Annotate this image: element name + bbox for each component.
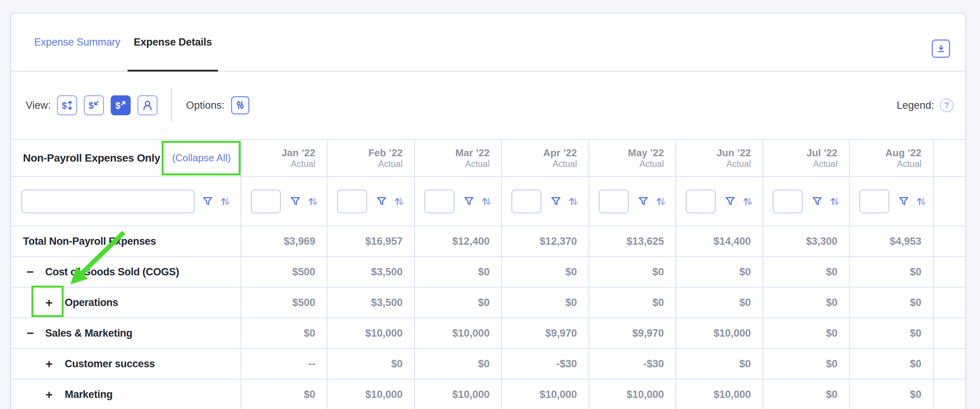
row-spacer-cell bbox=[934, 380, 965, 409]
value-cell: $0 bbox=[763, 257, 850, 287]
value-cell: $14,400 bbox=[676, 226, 763, 256]
svg-text:$: $ bbox=[115, 101, 120, 111]
value-cell: $0 bbox=[415, 288, 502, 317]
name-filter-input[interactable] bbox=[21, 190, 195, 213]
collapse-all-link[interactable]: (Collapse All) bbox=[172, 152, 231, 164]
row-spacer-cell bbox=[934, 288, 965, 317]
row-name-cell: +Customer success bbox=[11, 349, 241, 379]
expand-toggle[interactable]: + bbox=[44, 389, 54, 400]
scenario-label: Actual bbox=[639, 159, 664, 169]
expense-panel: Expense Summary Expense Details View: $ bbox=[10, 13, 966, 409]
sort-icon[interactable] bbox=[392, 195, 406, 208]
legend-help-icon[interactable]: ? bbox=[940, 98, 954, 112]
sort-icon[interactable] bbox=[654, 195, 668, 208]
column-filter-input[interactable] bbox=[511, 190, 541, 213]
column-header: May ’22Actual bbox=[589, 140, 676, 176]
value-cell: $0 bbox=[502, 257, 589, 287]
download-button[interactable] bbox=[932, 39, 950, 58]
sort-icon[interactable] bbox=[480, 195, 493, 208]
value-cell: $3,500 bbox=[328, 257, 415, 287]
scenario-label: Actual bbox=[465, 159, 490, 169]
filter-spacer-cell bbox=[934, 177, 965, 226]
expand-toggle[interactable]: + bbox=[44, 358, 54, 369]
filter-icon[interactable] bbox=[463, 195, 475, 208]
scenario-label: Actual bbox=[726, 159, 751, 169]
column-header: Aug ’22Actual bbox=[850, 140, 934, 176]
collapse-toggle[interactable]: − bbox=[25, 328, 36, 339]
value-cell: $0 bbox=[589, 257, 676, 287]
filter-icon[interactable] bbox=[289, 195, 302, 208]
value-cell: $0 bbox=[850, 349, 934, 379]
column-filter-input[interactable] bbox=[773, 190, 803, 213]
month-label: Apr ’22 bbox=[543, 147, 577, 159]
table-header-row: Non-Payroll Expenses Only (Collapse All)… bbox=[11, 140, 965, 177]
row-spacer-cell bbox=[934, 226, 965, 256]
expand-toggle[interactable]: + bbox=[44, 297, 54, 308]
value-cell: $3,500 bbox=[328, 288, 415, 317]
expense-table: Non-Payroll Expenses Only (Collapse All)… bbox=[11, 139, 965, 409]
value-cell: $0 bbox=[676, 257, 763, 287]
row-name-cell: −Sales & Marketing bbox=[11, 318, 241, 348]
filter-icon[interactable] bbox=[550, 195, 562, 208]
column-filter-input[interactable] bbox=[859, 190, 889, 213]
value-cell: $12,400 bbox=[415, 226, 502, 256]
value-cell: $0 bbox=[676, 349, 763, 379]
value-cell: $10,000 bbox=[328, 318, 415, 348]
column-filter-input[interactable] bbox=[337, 190, 367, 213]
sliders-icon bbox=[234, 99, 247, 112]
header-spacer-cell bbox=[934, 140, 965, 176]
filter-icon[interactable] bbox=[637, 195, 649, 208]
row-spacer-cell bbox=[934, 257, 965, 287]
value-cell: $3,300 bbox=[763, 226, 850, 256]
column-filter-cell bbox=[676, 177, 763, 226]
value-cell: -- bbox=[241, 349, 328, 379]
table-row: −Sales & Marketing$0$10,000$10,000$9,970… bbox=[11, 318, 965, 349]
value-cell: $4,953 bbox=[850, 226, 934, 256]
table-row: +Customer success--$0$0-$30-$30$0$0$0 bbox=[11, 349, 965, 380]
month-label: Feb ’22 bbox=[368, 147, 403, 159]
column-header: Apr ’22Actual bbox=[502, 140, 589, 176]
filter-icon[interactable] bbox=[724, 195, 736, 208]
row-name-cell: −Cost of Goods Sold (COGS) bbox=[11, 257, 241, 287]
column-filter-input[interactable] bbox=[251, 190, 281, 213]
view-label: View: bbox=[26, 100, 51, 111]
download-icon bbox=[936, 44, 946, 54]
row-label: Sales & Marketing bbox=[45, 327, 133, 339]
column-filter-input[interactable] bbox=[686, 190, 716, 213]
tab-bar: Expense Summary Expense Details bbox=[11, 13, 965, 72]
dollar-inflow-icon: $ bbox=[87, 99, 100, 112]
value-cell: $3,969 bbox=[241, 226, 328, 256]
filter-icon[interactable] bbox=[811, 195, 823, 208]
view-cashflow-button[interactable]: $ bbox=[57, 95, 77, 115]
value-cell: $16,957 bbox=[328, 226, 415, 256]
view-person-button[interactable] bbox=[138, 95, 157, 115]
filter-icon[interactable] bbox=[898, 195, 910, 208]
sort-icon[interactable] bbox=[567, 195, 580, 208]
value-cell: $0 bbox=[850, 257, 934, 287]
month-label: Aug ’22 bbox=[885, 147, 921, 159]
filter-icon[interactable] bbox=[375, 195, 388, 208]
row-label: Operations bbox=[65, 297, 118, 309]
column-filter-cell bbox=[241, 177, 328, 226]
sort-icon[interactable] bbox=[828, 195, 842, 208]
person-icon bbox=[141, 99, 154, 112]
column-filter-input[interactable] bbox=[424, 190, 454, 213]
row-name-cell: Total Non-Payroll Expenses bbox=[11, 226, 241, 256]
sort-icon[interactable] bbox=[741, 195, 755, 208]
options-button[interactable] bbox=[231, 96, 249, 115]
sort-icon[interactable] bbox=[218, 195, 232, 208]
scenario-label: Actual bbox=[813, 159, 837, 169]
value-cell: $10,000 bbox=[502, 380, 589, 409]
filter-icon[interactable] bbox=[202, 195, 214, 208]
column-filter-input[interactable] bbox=[599, 190, 629, 213]
view-inflow-button[interactable]: $ bbox=[84, 95, 104, 115]
tab-expense-details[interactable]: Expense Details bbox=[128, 13, 218, 71]
collapse-toggle[interactable]: − bbox=[25, 267, 36, 277]
column-filter-cell bbox=[850, 177, 934, 226]
sort-icon[interactable] bbox=[914, 195, 928, 208]
value-cell: $0 bbox=[763, 349, 850, 379]
view-outflow-button[interactable]: $ bbox=[111, 95, 131, 115]
tab-expense-summary[interactable]: Expense Summary bbox=[28, 13, 126, 71]
row-label: Customer success bbox=[65, 358, 155, 370]
sort-icon[interactable] bbox=[306, 195, 320, 208]
